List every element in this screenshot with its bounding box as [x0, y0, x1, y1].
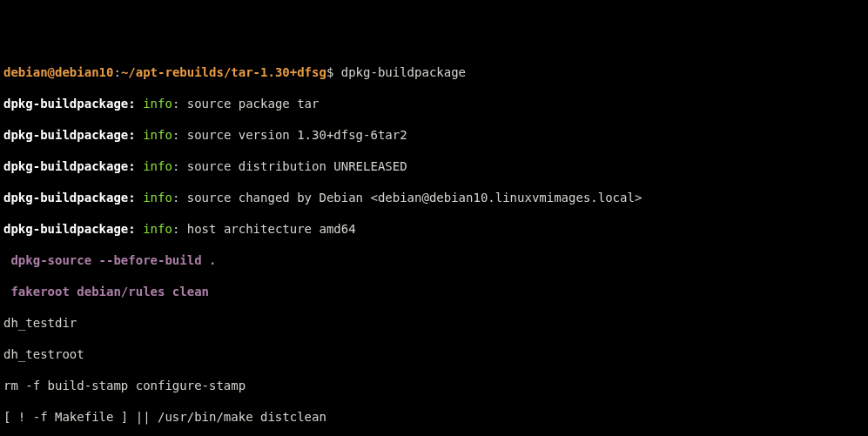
output-line: rm -f build-stamp configure-stamp [3, 378, 865, 393]
output-line: dpkg-buildpackage: info: source package … [3, 96, 865, 111]
build-command: dpkg-source --before-build . [3, 252, 865, 268]
output-line: dpkg-buildpackage: info: host architectu… [3, 221, 865, 237]
info-tag: info [143, 97, 172, 111]
info-tag: info [143, 222, 172, 236]
prompt-command: dpkg-buildpackage [341, 65, 466, 79]
dpkg-prefix: dpkg-buildpackage: [3, 222, 143, 236]
info-rest: : host architecture amd64 [172, 222, 356, 236]
prompt-sep1: : [113, 65, 120, 79]
info-rest: : source distribution UNRELEASED [172, 159, 407, 173]
output-line: dpkg-buildpackage: info: source changed … [3, 190, 865, 205]
info-rest: : source changed by Debian <debian@debia… [172, 191, 642, 205]
output-line: dpkg-buildpackage: info: source version … [3, 127, 865, 143]
prompt-sep2: $ [326, 65, 341, 79]
info-rest: : source package tar [172, 97, 320, 111]
output-line: [ ! -f Makefile ] || /usr/bin/make distc… [3, 409, 865, 425]
info-tag: info [143, 159, 172, 173]
dpkg-prefix: dpkg-buildpackage: [3, 128, 143, 142]
info-tag: info [143, 128, 172, 142]
prompt-cwd: ~/apt-rebuilds/tar-1.30+dfsg [121, 65, 326, 79]
info-tag: info [143, 191, 172, 205]
dpkg-prefix: dpkg-buildpackage: [3, 159, 143, 173]
dpkg-prefix: dpkg-buildpackage: [3, 97, 143, 111]
info-rest: : source version 1.30+dfsg-6tar2 [172, 128, 407, 142]
output-line: dh_testdir [3, 315, 865, 331]
prompt-line[interactable]: debian@debian10:~/apt-rebuilds/tar-1.30+… [3, 64, 865, 80]
dpkg-prefix: dpkg-buildpackage: [3, 191, 143, 205]
build-command: fakeroot debian/rules clean [3, 284, 865, 299]
output-line: dpkg-buildpackage: info: source distribu… [3, 158, 865, 174]
prompt-user: debian@debian10 [3, 65, 113, 79]
output-line: dh_testroot [3, 346, 865, 362]
